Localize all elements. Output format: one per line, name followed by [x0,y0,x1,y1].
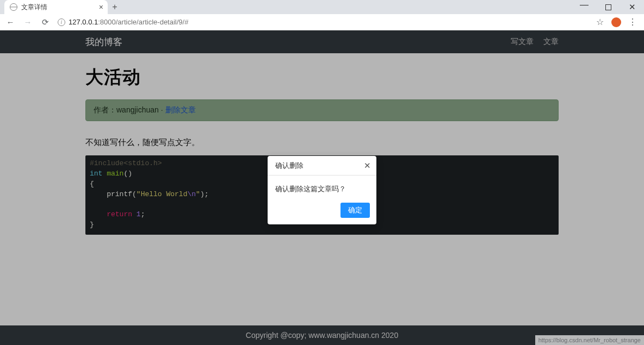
url-text: 127.0.0.1:8000/article/article-detail/9/… [69,18,188,26]
bookmark-star-icon[interactable]: ☆ [592,15,608,30]
viewport: 我的博客 写文章 文章 大活动 作者：wangjichuan · 删除文章 不知… [0,30,644,345]
tab-strip: 文章详情 × + — ✕ [0,0,644,14]
globe-icon [10,3,17,11]
menu-kebab-icon[interactable]: ⋮ [624,15,641,30]
close-tab-icon[interactable]: × [99,3,103,11]
browser-tab[interactable]: 文章详情 × [4,0,108,14]
forward-button[interactable]: → [21,15,35,29]
modal-footer: 确定 [268,197,376,224]
confirm-delete-modal: 确认删除 ✕ 确认删除这篇文章吗？ 确定 [268,156,376,224]
window-controls: — ✕ [572,0,644,14]
status-url: https://blog.csdn.net/Mr_robot_strange [538,337,641,343]
url-input[interactable]: i 127.0.0.1:8000/article/article-detail/… [55,16,589,29]
maximize-button[interactable] [596,0,620,14]
toolbar-right: ☆ ⋮ [592,15,641,30]
modal-title: 确认删除 [275,161,304,171]
back-button[interactable]: ← [3,15,17,29]
modal-close-icon[interactable]: ✕ [364,161,371,171]
status-bar: https://blog.csdn.net/Mr_robot_strange [535,335,644,345]
tab-title: 文章详情 [21,3,95,12]
address-bar: ← → ⟳ i 127.0.0.1:8000/article/article-d… [0,14,644,30]
browser-window: 文章详情 × + — ✕ ← → ⟳ i 127.0.0.1:8000/arti… [0,0,644,345]
reload-button[interactable]: ⟳ [38,15,52,29]
confirm-button[interactable]: 确定 [340,203,370,218]
minimize-button[interactable]: — [572,0,596,12]
modal-header: 确认删除 ✕ [268,156,376,175]
modal-body: 确认删除这篇文章吗？ [268,175,376,197]
extension-icon[interactable] [608,15,624,30]
site-info-icon[interactable]: i [58,18,65,26]
new-tab-button[interactable]: + [108,0,122,14]
close-window-button[interactable]: ✕ [620,0,644,14]
